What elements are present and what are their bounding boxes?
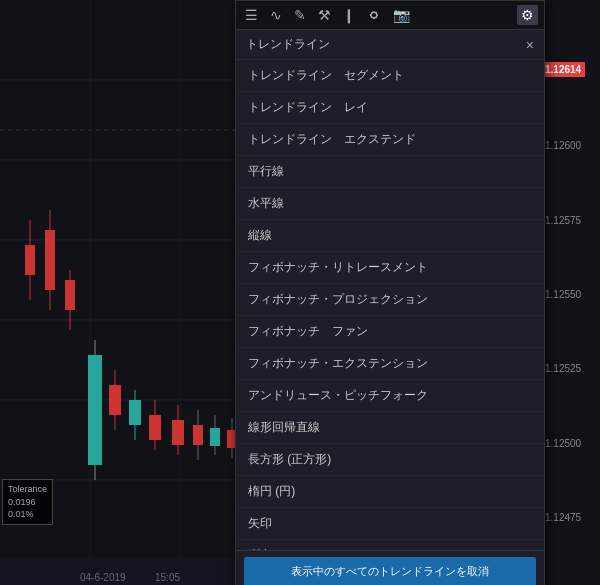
current-price-label: 1.12614 xyxy=(541,62,585,77)
circle-icon[interactable]: ⭘ xyxy=(364,5,384,25)
svg-rect-17 xyxy=(88,355,102,465)
svg-rect-19 xyxy=(109,385,121,415)
toolbar-row: ☰ ∿ ✎ ⚒ ❙ ⭘ 📷 ⚙ xyxy=(236,1,544,30)
svg-rect-13 xyxy=(45,230,55,290)
tolerance-label: Tolerance xyxy=(8,483,47,496)
menu-item-6[interactable]: フィボナッチ・リトレースメント xyxy=(236,252,544,284)
close-button[interactable]: × xyxy=(526,38,534,52)
dropdown-panel: ☰ ∿ ✎ ⚒ ❙ ⭘ 📷 ⚙ トレンドライン × トレンドライン セグメントト… xyxy=(235,0,545,585)
menu-item-8[interactable]: フィボナッチ ファン xyxy=(236,316,544,348)
menu-item-5[interactable]: 縦線 xyxy=(236,220,544,252)
menu-item-1[interactable]: トレンドライン レイ xyxy=(236,92,544,124)
menu-item-9[interactable]: フィボナッチ・エクステンション xyxy=(236,348,544,380)
pen-icon[interactable]: ✎ xyxy=(291,5,309,25)
menu-item-13[interactable]: 楕円 (円) xyxy=(236,476,544,508)
svg-rect-27 xyxy=(193,425,203,445)
date-label: 04-6-2019 xyxy=(80,572,126,583)
panel-title: トレンドライン xyxy=(246,36,330,53)
menu-item-2[interactable]: トレンドライン エクステンド xyxy=(236,124,544,156)
menu-item-3[interactable]: 平行線 xyxy=(236,156,544,188)
price-label-3: 1.12550 xyxy=(541,289,581,300)
svg-rect-15 xyxy=(65,280,75,310)
tolerance-percent: 0.01% xyxy=(8,508,47,521)
price-label-5: 1.12500 xyxy=(541,438,581,449)
chart-bar-icon[interactable]: ☰ xyxy=(242,5,261,25)
price-label-6: 1.12475 xyxy=(541,512,581,523)
svg-rect-23 xyxy=(149,415,161,440)
camera-icon[interactable]: 📷 xyxy=(390,5,413,25)
price-label-2: 1.12575 xyxy=(541,215,581,226)
menu-item-4[interactable]: 水平線 xyxy=(236,188,544,220)
tolerance-value: 0.0196 xyxy=(8,496,47,509)
svg-rect-29 xyxy=(210,428,220,446)
wave-icon[interactable]: ∿ xyxy=(267,5,285,25)
menu-item-12[interactable]: 長方形 (正方形) xyxy=(236,444,544,476)
svg-rect-25 xyxy=(172,420,184,445)
menu-item-10[interactable]: アンドリュース・ピッチフォーク xyxy=(236,380,544,412)
price-axis: 1.12614 1.12600 1.12575 1.12550 1.12525 … xyxy=(540,0,600,585)
svg-rect-32 xyxy=(0,558,270,585)
panel-footer: 表示中のすべてのトレンドラインを取消 xyxy=(236,550,544,585)
bar-icon[interactable]: ❙ xyxy=(340,5,358,25)
time-label: 15:05 xyxy=(155,572,180,583)
tolerance-box: Tolerance 0.0196 0.01% xyxy=(2,479,53,525)
panel-title-bar: トレンドライン × xyxy=(236,30,544,60)
price-label-1: 1.12600 xyxy=(541,140,581,151)
settings-gear-icon[interactable]: ⚙ xyxy=(517,5,538,25)
reset-trendlines-button[interactable]: 表示中のすべてのトレンドラインを取消 xyxy=(244,557,536,585)
menu-item-0[interactable]: トレンドライン セグメント xyxy=(236,60,544,92)
svg-rect-11 xyxy=(25,245,35,275)
menu-item-11[interactable]: 線形回帰直線 xyxy=(236,412,544,444)
price-label-4: 1.12525 xyxy=(541,363,581,374)
svg-rect-21 xyxy=(129,400,141,425)
menu-list: トレンドライン セグメントトレンドライン レイトレンドライン エクステンド平行線… xyxy=(236,60,544,550)
menu-item-7[interactable]: フィボナッチ・プロジェクション xyxy=(236,284,544,316)
menu-item-14[interactable]: 矢印 xyxy=(236,508,544,540)
anchor-icon[interactable]: ⚒ xyxy=(315,5,334,25)
menu-item-15[interactable]: 測定 xyxy=(236,540,544,550)
